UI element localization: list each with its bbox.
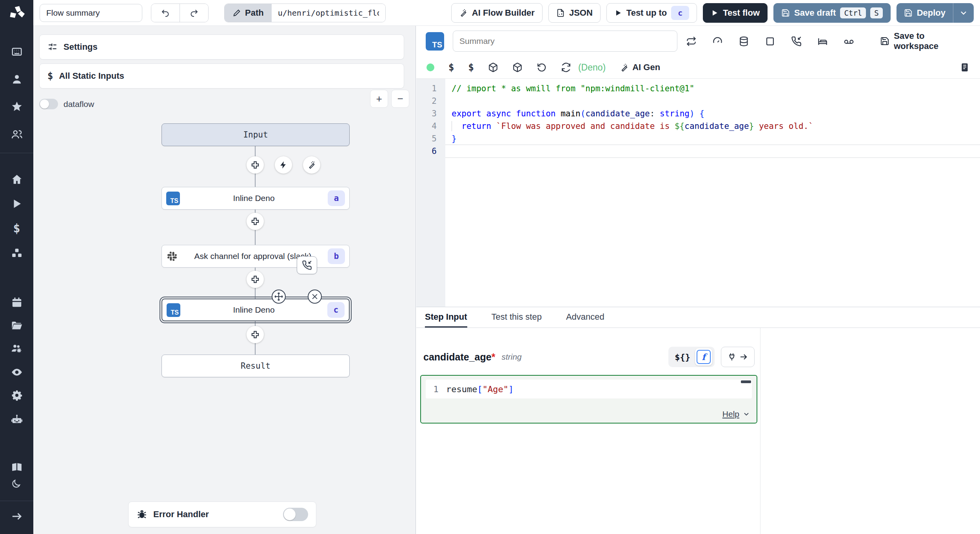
tab-step-input[interactable]: Step Input bbox=[425, 307, 467, 328]
undo-button[interactable] bbox=[151, 4, 180, 22]
save-to-workspace-button[interactable]: Save to workspace bbox=[880, 31, 971, 51]
apps-icon[interactable] bbox=[11, 46, 23, 58]
add-step-button[interactable] bbox=[247, 213, 264, 230]
code-line[interactable]: 3export async function main(candidate_ag… bbox=[416, 107, 980, 120]
resource-picker-icon[interactable]: $ bbox=[468, 62, 474, 73]
dataflow-toggle[interactable] bbox=[39, 99, 58, 109]
code-line[interactable]: 1// import * as wmill from "npm:windmill… bbox=[416, 82, 980, 95]
result-node[interactable]: Result bbox=[162, 355, 350, 377]
library-script-icon[interactable] bbox=[960, 62, 970, 72]
step-config-panel: Step Input Test this step Advanced candi… bbox=[416, 307, 980, 534]
user-icon[interactable] bbox=[11, 73, 23, 85]
topbar: Path AI Flow Builder JSON Test up to c T… bbox=[33, 0, 980, 26]
approval-phone-icon[interactable] bbox=[791, 36, 802, 47]
resources-icon[interactable] bbox=[11, 247, 23, 259]
mini-scrollbar[interactable] bbox=[741, 380, 751, 383]
redo-button[interactable] bbox=[180, 4, 208, 22]
users-group-icon[interactable] bbox=[11, 129, 23, 140]
variables-icon[interactable]: $ bbox=[13, 221, 20, 235]
json-button[interactable]: JSON bbox=[548, 3, 601, 23]
deploy-button-group: Deploy bbox=[897, 3, 974, 23]
flow-settings-button[interactable]: Settings bbox=[39, 34, 404, 60]
zoom-out-button[interactable]: − bbox=[391, 90, 409, 108]
reload-runtime-icon[interactable] bbox=[561, 62, 571, 72]
reset-undo-icon[interactable] bbox=[537, 62, 547, 72]
mock-voicemail-icon[interactable] bbox=[844, 36, 854, 47]
code-editor-panel: TS Save to workspace $ $ (Deno) AI Gen bbox=[416, 26, 980, 307]
star-icon[interactable] bbox=[11, 101, 23, 112]
node-a[interactable]: TS Inline Deno a bbox=[162, 187, 350, 210]
package-icon[interactable] bbox=[488, 62, 498, 72]
input-node[interactable]: Input bbox=[162, 123, 350, 146]
expression-editor[interactable]: 1 resume["Age"] Help bbox=[420, 375, 757, 424]
package-icon[interactable] bbox=[512, 62, 523, 72]
dataflow-label: dataflow bbox=[64, 100, 94, 109]
all-static-inputs-button[interactable]: $ All Static Inputs bbox=[39, 63, 404, 89]
dark-mode-moon-icon[interactable] bbox=[11, 479, 23, 491]
fx-mode-button[interactable]: f bbox=[695, 348, 712, 366]
sleep-bed-icon[interactable] bbox=[817, 36, 828, 47]
deploy-button[interactable]: Deploy bbox=[897, 3, 953, 23]
kbd-ctrl: Ctrl bbox=[840, 7, 866, 18]
runs-play-icon[interactable] bbox=[11, 198, 23, 210]
code-line[interactable]: 2 bbox=[416, 95, 980, 107]
code-editor[interactable]: 1// import * as wmill from "npm:windmill… bbox=[416, 78, 980, 307]
home-icon[interactable] bbox=[11, 174, 23, 185]
approval-phone-badge[interactable] bbox=[297, 256, 317, 274]
docs-book-icon[interactable] bbox=[11, 461, 23, 473]
ai-wand-button[interactable] bbox=[303, 156, 320, 174]
step-summary-input[interactable] bbox=[453, 31, 677, 52]
add-step-button[interactable] bbox=[247, 326, 264, 343]
schedules-icon[interactable] bbox=[11, 297, 23, 308]
typescript-icon: TS bbox=[167, 303, 180, 317]
connect-input-button[interactable] bbox=[721, 347, 755, 367]
code-line[interactable]: 4 return `Flow was approved and candidat… bbox=[416, 120, 980, 132]
workers-icon[interactable] bbox=[11, 343, 23, 355]
code-line[interactable]: 5} bbox=[416, 132, 980, 145]
expand-arrow-icon[interactable] bbox=[11, 510, 23, 522]
path-group: Path bbox=[224, 4, 386, 22]
file-json-icon bbox=[556, 9, 565, 17]
error-handler-card[interactable]: Error Handler bbox=[128, 501, 316, 527]
variable-picker-icon[interactable]: $ bbox=[448, 62, 454, 73]
add-trigger-bolt-button[interactable] bbox=[275, 156, 292, 174]
windmill-logo[interactable] bbox=[0, 0, 33, 26]
retries-icon[interactable] bbox=[686, 36, 697, 47]
node-c[interactable]: TS Inline Deno c bbox=[162, 299, 350, 321]
suspend-icon[interactable] bbox=[765, 36, 775, 47]
delete-node-button[interactable] bbox=[308, 290, 322, 304]
robot-icon[interactable] bbox=[11, 414, 23, 425]
move-node-handle[interactable] bbox=[272, 290, 286, 304]
ai-gen-button[interactable]: AI Gen bbox=[620, 62, 660, 72]
lang-status-dot bbox=[426, 63, 434, 71]
expression-code[interactable]: resume["Age"] bbox=[446, 384, 514, 394]
error-handler-toggle[interactable] bbox=[283, 508, 308, 521]
ai-flow-builder-button[interactable]: AI Flow Builder bbox=[451, 3, 543, 23]
tab-test-this-step[interactable]: Test this step bbox=[492, 307, 542, 328]
settings-gear-icon[interactable] bbox=[11, 389, 23, 401]
audit-eye-icon[interactable] bbox=[11, 366, 23, 378]
node-b[interactable]: Ask channel for approval (slack) b bbox=[162, 245, 350, 268]
code-line[interactable]: 6 bbox=[416, 145, 980, 157]
typescript-icon: TS bbox=[426, 32, 444, 51]
path-input[interactable] bbox=[272, 4, 385, 22]
test-flow-button[interactable]: Test flow bbox=[703, 3, 768, 23]
path-label[interactable]: Path bbox=[225, 4, 272, 22]
flow-summary-input[interactable] bbox=[40, 4, 142, 22]
deploy-dropdown-button[interactable] bbox=[953, 3, 974, 23]
add-step-button[interactable] bbox=[247, 271, 264, 288]
wand-icon bbox=[620, 63, 629, 72]
cache-icon[interactable] bbox=[739, 36, 749, 47]
expression-help-button[interactable]: Help bbox=[722, 409, 750, 419]
early-stop-gauge-icon[interactable] bbox=[712, 36, 723, 47]
runtime-label[interactable]: (Deno) bbox=[578, 62, 606, 73]
slack-icon bbox=[166, 250, 178, 262]
template-mode-button[interactable]: ${} bbox=[675, 352, 690, 362]
zoom-in-button[interactable]: + bbox=[370, 90, 388, 108]
add-step-button[interactable] bbox=[247, 156, 264, 174]
tab-advanced[interactable]: Advanced bbox=[566, 307, 604, 328]
test-up-to-button[interactable]: Test up to c bbox=[606, 3, 697, 23]
save-icon bbox=[880, 36, 889, 46]
save-draft-button[interactable]: Save draft Ctrl S bbox=[773, 3, 891, 23]
folders-icon[interactable] bbox=[11, 320, 23, 331]
